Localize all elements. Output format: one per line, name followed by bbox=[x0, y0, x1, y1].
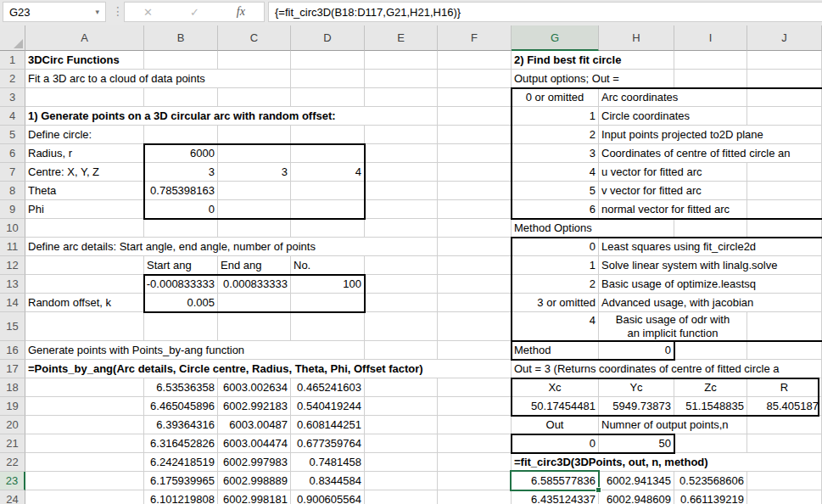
cell-J23[interactable] bbox=[747, 472, 822, 490]
cell-J21[interactable] bbox=[747, 434, 822, 453]
cell-F22[interactable] bbox=[438, 453, 512, 472]
cell-F10[interactable] bbox=[438, 219, 512, 238]
cell-E7[interactable] bbox=[365, 163, 438, 182]
cell-J8[interactable] bbox=[747, 182, 822, 200]
cell-G24[interactable]: 6.435124337 bbox=[512, 490, 599, 504]
cell-D7[interactable]: 4 bbox=[291, 163, 365, 182]
cell-A3[interactable] bbox=[25, 88, 144, 107]
enter-icon[interactable]: ✓ bbox=[190, 6, 199, 19]
cell-J20[interactable] bbox=[747, 416, 822, 434]
cell-H11[interactable]: Least squares using fit_circle2d bbox=[599, 238, 822, 256]
cell-H19[interactable]: 5949.73873 bbox=[599, 397, 674, 416]
cell-F4[interactable] bbox=[438, 107, 512, 126]
cell-D5[interactable] bbox=[291, 126, 365, 144]
cell-B13[interactable]: -0.000833333 bbox=[144, 275, 218, 294]
cell-G14[interactable]: 3 or omitted bbox=[512, 294, 599, 312]
cell-J10[interactable] bbox=[747, 219, 822, 238]
cell-G11[interactable]: 0 bbox=[512, 238, 599, 256]
cell-E15[interactable] bbox=[365, 312, 438, 341]
cell-C5[interactable] bbox=[218, 126, 291, 144]
cell-A10[interactable] bbox=[25, 219, 144, 238]
cell-I19[interactable]: 51.1548835 bbox=[674, 397, 747, 416]
cell-E20[interactable] bbox=[365, 416, 438, 434]
cell-G8[interactable]: 5 bbox=[512, 182, 599, 200]
cell-A8[interactable]: Theta bbox=[25, 182, 144, 200]
cell-J4[interactable] bbox=[747, 107, 822, 126]
cell-H9[interactable]: normal vector for fitted arc bbox=[599, 200, 747, 219]
cell-A2[interactable]: Fit a 3D arc to a cloud of data points bbox=[25, 70, 291, 88]
cell-E18[interactable] bbox=[365, 378, 438, 397]
cell-A18[interactable] bbox=[25, 378, 144, 397]
row-header-17[interactable]: 17 bbox=[0, 360, 25, 378]
cell-E9[interactable] bbox=[365, 200, 438, 219]
cell-A21[interactable] bbox=[25, 434, 144, 453]
cell-B12[interactable]: Start ang bbox=[144, 256, 218, 275]
formula-bar[interactable]: {=fit_circ3D(B18:D117,G21,H21,H16)} bbox=[268, 2, 822, 22]
row-header-23[interactable]: 23 bbox=[0, 472, 25, 490]
cell-F20[interactable] bbox=[438, 416, 512, 434]
cell-F6[interactable] bbox=[438, 144, 512, 163]
cell-I2[interactable] bbox=[674, 70, 747, 88]
cell-C10[interactable] bbox=[218, 219, 291, 238]
cell-A6[interactable]: Radius, r bbox=[25, 144, 144, 163]
cell-F7[interactable] bbox=[438, 163, 512, 182]
cell-E21[interactable] bbox=[365, 434, 438, 453]
cell-C20[interactable]: 6003.00487 bbox=[218, 416, 291, 434]
cell-G1[interactable]: 2) Find best fit circle bbox=[512, 51, 674, 70]
column-header-F[interactable]: F bbox=[438, 25, 512, 51]
cell-E10[interactable] bbox=[365, 219, 438, 238]
row-header-1[interactable]: 1 bbox=[0, 51, 25, 70]
cell-C18[interactable]: 6003.002634 bbox=[218, 378, 291, 397]
cell-A1[interactable]: 3DCirc Functions bbox=[25, 51, 144, 70]
cell-A23[interactable] bbox=[25, 472, 144, 490]
cell-J3[interactable] bbox=[747, 88, 822, 107]
row-header-5[interactable]: 5 bbox=[0, 126, 25, 144]
cell-I10[interactable] bbox=[674, 219, 747, 238]
cell-B19[interactable]: 6.465045896 bbox=[144, 397, 218, 416]
cell-B9[interactable]: 0 bbox=[144, 200, 218, 219]
cell-H4[interactable]: Circle coordinates bbox=[599, 107, 747, 126]
cell-F3[interactable] bbox=[438, 88, 512, 107]
cell-C7[interactable]: 3 bbox=[218, 163, 291, 182]
row-header-20[interactable]: 20 bbox=[0, 416, 25, 434]
cell-B5[interactable] bbox=[144, 126, 218, 144]
cell-B18[interactable]: 6.53536358 bbox=[144, 378, 218, 397]
row-header-13[interactable]: 13 bbox=[0, 275, 25, 294]
cell-F13[interactable] bbox=[438, 275, 512, 294]
cell-J9[interactable] bbox=[747, 200, 822, 219]
cell-I24[interactable]: 0.661139219 bbox=[674, 490, 747, 504]
cell-G7[interactable]: 4 bbox=[512, 163, 599, 182]
cell-C14[interactable] bbox=[218, 294, 291, 312]
insert-function-icon[interactable]: fx bbox=[237, 5, 245, 19]
cell-A12[interactable] bbox=[25, 256, 144, 275]
cell-G23[interactable]: 6.585577836 bbox=[512, 472, 599, 490]
row-header-2[interactable]: 2 bbox=[0, 70, 25, 88]
cell-F8[interactable] bbox=[438, 182, 512, 200]
cell-C24[interactable]: 6002.998181 bbox=[218, 490, 291, 504]
cell-D21[interactable]: 0.677359764 bbox=[291, 434, 365, 453]
cell-A19[interactable] bbox=[25, 397, 144, 416]
row-header-16[interactable]: 16 bbox=[0, 341, 25, 360]
cell-D3[interactable] bbox=[291, 88, 365, 107]
cell-D15[interactable] bbox=[291, 312, 365, 341]
cell-G15[interactable]: 4 bbox=[512, 312, 599, 341]
cell-D18[interactable]: 0.465241603 bbox=[291, 378, 365, 397]
cell-C13[interactable]: 0.000833333 bbox=[218, 275, 291, 294]
cell-C12[interactable]: End ang bbox=[218, 256, 291, 275]
cell-E16[interactable] bbox=[365, 341, 438, 360]
cell-J1[interactable] bbox=[747, 51, 822, 70]
row-header-19[interactable]: 19 bbox=[0, 397, 25, 416]
cell-H3[interactable]: Arc coordinates bbox=[599, 88, 747, 107]
column-header-I[interactable]: I bbox=[674, 25, 747, 51]
cell-H20[interactable]: Numner of output points,n bbox=[599, 416, 747, 434]
cell-B14[interactable]: 0.005 bbox=[144, 294, 218, 312]
cell-G9[interactable]: 6 bbox=[512, 200, 599, 219]
cell-A9[interactable]: Phi bbox=[25, 200, 144, 219]
row-header-18[interactable]: 18 bbox=[0, 378, 25, 397]
cell-J15[interactable] bbox=[747, 312, 822, 341]
cell-B24[interactable]: 6.101219808 bbox=[144, 490, 218, 504]
row-header-21[interactable]: 21 bbox=[0, 434, 25, 453]
cell-A13[interactable] bbox=[25, 275, 144, 294]
column-header-J[interactable]: J bbox=[747, 25, 822, 51]
cell-D1[interactable] bbox=[291, 51, 365, 70]
